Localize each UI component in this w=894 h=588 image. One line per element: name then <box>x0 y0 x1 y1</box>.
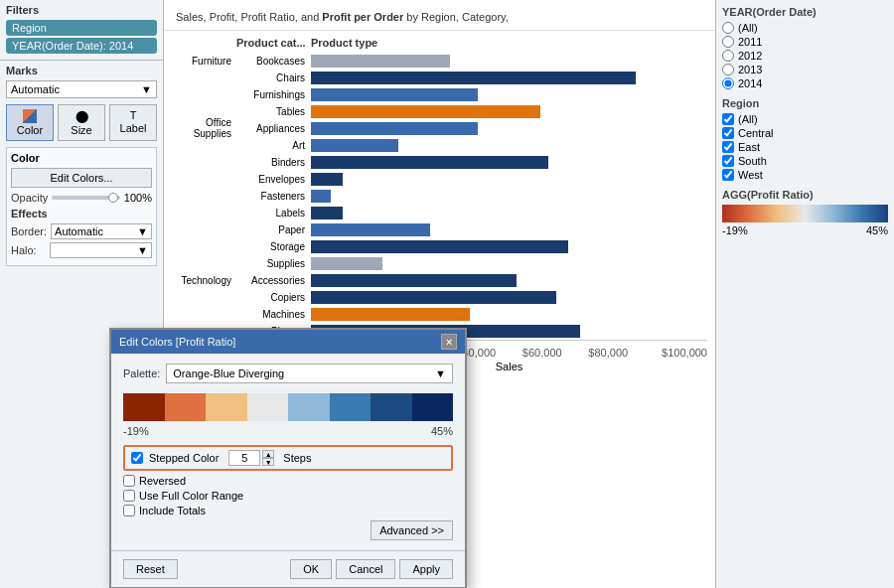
x-tick-4: $80,000 <box>575 347 642 359</box>
year-radio-all[interactable] <box>722 22 734 34</box>
border-value: Automatic <box>55 225 103 237</box>
swatch-4[interactable] <box>247 393 289 421</box>
apply-button[interactable]: Apply <box>399 559 453 579</box>
filter-year[interactable]: YEAR(Order Date): 2014 <box>6 38 157 54</box>
marks-type-dropdown[interactable]: Automatic ▼ <box>6 80 157 98</box>
swatch-5[interactable] <box>288 393 330 421</box>
region-checkbox-east[interactable] <box>722 141 734 153</box>
region-checkbox-central[interactable] <box>722 127 734 139</box>
steps-up-button[interactable]: ▲ <box>262 450 274 458</box>
filter-region[interactable]: Region <box>6 20 157 36</box>
subcat-supplies: Supplies <box>236 258 311 269</box>
year-radio-2011[interactable] <box>722 36 734 48</box>
bar-tables-fill <box>311 105 540 118</box>
subcat-binders: Binders <box>236 157 311 168</box>
region-checkbox-all[interactable] <box>722 113 734 125</box>
table-row: Storage <box>172 238 707 254</box>
table-row: Machines <box>172 306 707 322</box>
swatch-3[interactable] <box>206 393 247 421</box>
cancel-button[interactable]: Cancel <box>336 559 395 579</box>
label-icon: T <box>130 109 137 121</box>
swatch-1[interactable] <box>123 393 165 421</box>
swatch-7[interactable] <box>371 393 412 421</box>
bar-labels-fill <box>311 207 343 220</box>
stepped-color-checkbox[interactable] <box>131 452 143 464</box>
year-label-2011: 2011 <box>738 36 762 48</box>
steps-label: Steps <box>283 452 311 464</box>
opacity-label: Opacity <box>11 192 48 204</box>
opacity-slider[interactable] <box>52 196 120 200</box>
ok-button[interactable]: OK <box>290 559 332 579</box>
dialog-action-buttons: OK Cancel Apply <box>290 559 453 579</box>
marks-section: Marks Automatic ▼ Color ⬤ Size T Label <box>0 61 163 274</box>
year-radio-2012[interactable] <box>722 50 734 62</box>
swatch-8[interactable] <box>412 393 454 421</box>
region-option-south: South <box>722 155 888 167</box>
year-radio-2013[interactable] <box>722 64 734 75</box>
bar-art <box>311 139 707 152</box>
bar-storage <box>311 240 707 253</box>
subcat-fasteners: Fasteners <box>236 191 311 202</box>
cat-label-office: OfficeSupplies <box>172 117 236 139</box>
reversed-label: Reversed <box>139 475 186 487</box>
region-checkbox-west[interactable] <box>722 169 734 181</box>
full-range-option: Use Full Color Range <box>123 490 453 502</box>
include-totals-checkbox[interactable] <box>123 505 135 516</box>
reset-button[interactable]: Reset <box>123 559 178 579</box>
bar-binders-fill <box>311 156 548 169</box>
palette-dropdown-arrow: ▼ <box>435 368 446 379</box>
bar-paper-fill <box>311 223 430 236</box>
bar-paper <box>311 223 707 236</box>
table-row: Technology Accessories <box>172 272 707 288</box>
size-icon: ⬤ <box>75 109 88 123</box>
subcat-storage: Storage <box>236 241 311 252</box>
x-tick-5: $100,000 <box>642 347 708 359</box>
marks-color-btn[interactable]: Color <box>6 104 54 141</box>
year-radio-2014[interactable] <box>722 77 734 89</box>
halo-dropdown-arrow: ▼ <box>137 244 148 256</box>
marks-size-btn[interactable]: ⬤ Size <box>58 104 105 141</box>
include-totals-label: Include Totals <box>139 505 206 516</box>
edit-colors-button[interactable]: Edit Colors... <box>11 168 152 188</box>
steps-input[interactable] <box>228 450 260 466</box>
bar-copiers-fill <box>311 291 556 304</box>
table-row: Furnishings <box>172 86 707 102</box>
steps-down-button[interactable]: ▼ <box>262 458 274 466</box>
full-range-label: Use Full Color Range <box>139 490 243 502</box>
table-row: Labels <box>172 205 707 220</box>
category-office-supplies: OfficeSupplies Appliances Art Binders <box>172 120 707 271</box>
opacity-row: Opacity 100% <box>11 192 152 204</box>
swatch-6[interactable] <box>330 393 372 421</box>
chart-title-text1: Sales, Profit, Profit Ratio, and <box>176 11 322 23</box>
dialog-body: Palette: Orange-Blue Diverging ▼ -19% 45… <box>111 354 465 550</box>
marks-title: Marks <box>6 65 157 76</box>
bar-machines <box>311 308 707 321</box>
bar-supplies <box>311 257 707 270</box>
palette-label: Palette: <box>123 368 160 379</box>
swatch-2[interactable] <box>165 393 207 421</box>
year-option-2011: 2011 <box>722 36 888 48</box>
region-label-south: South <box>738 155 767 167</box>
marks-dropdown-arrow: ▼ <box>141 83 152 95</box>
advanced-button[interactable]: Advanced >> <box>371 520 453 540</box>
palette-dropdown[interactable]: Orange-Blue Diverging ▼ <box>166 364 453 383</box>
subcat-machines: Machines <box>236 309 311 320</box>
marks-label-btn[interactable]: T Label <box>109 104 157 141</box>
border-dropdown[interactable]: Automatic ▼ <box>51 223 152 239</box>
table-row: Fasteners <box>172 188 707 204</box>
year-label-2014: 2014 <box>738 77 762 89</box>
chart-title-text2: by Region, Category, <box>403 11 509 23</box>
bar-bookcases <box>311 55 707 68</box>
dialog-close-button[interactable]: ✕ <box>441 334 457 350</box>
bar-labels <box>311 207 707 220</box>
halo-dropdown[interactable]: ▼ <box>50 242 152 258</box>
palette-row: Palette: Orange-Blue Diverging ▼ <box>123 364 453 383</box>
full-range-checkbox[interactable] <box>123 490 135 502</box>
color-swatch-icon <box>23 109 37 123</box>
region-checkbox-south[interactable] <box>722 155 734 167</box>
region-label-all: (All) <box>738 113 758 125</box>
color-strip[interactable] <box>123 393 453 421</box>
reversed-checkbox[interactable] <box>123 475 135 487</box>
year-option-2013: 2013 <box>722 64 888 75</box>
bar-fasteners <box>311 190 707 203</box>
